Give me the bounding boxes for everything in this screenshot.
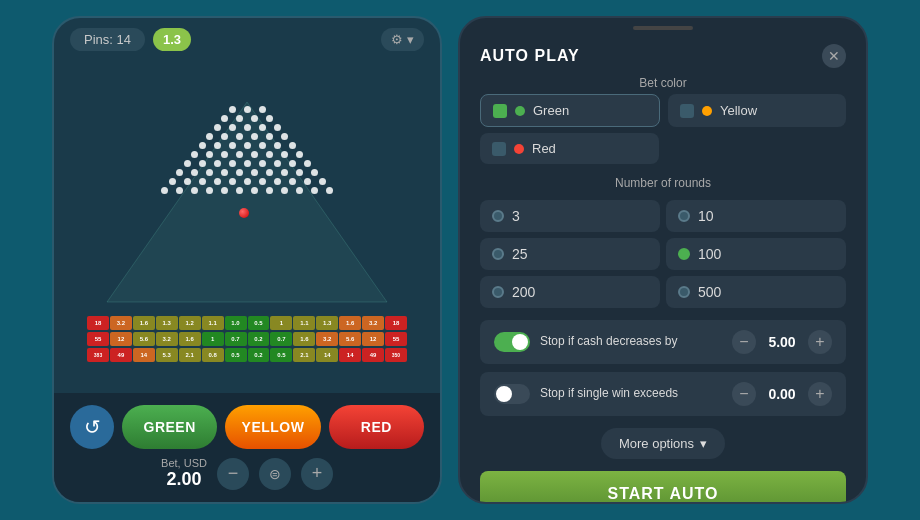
more-options-container: More options ▾ (480, 428, 846, 459)
round-option-500[interactable]: 500 (666, 276, 846, 308)
round-option-100[interactable]: 100 (666, 238, 846, 270)
round-option-10[interactable]: 10 (666, 200, 846, 232)
round-radio-100 (678, 248, 690, 260)
ap-content: Bet color Green Yellow (460, 76, 866, 502)
stop-win-increase-button[interactable]: + (808, 382, 832, 406)
stop-win-toggle[interactable] (494, 384, 530, 404)
dots-container (97, 100, 397, 312)
dot (304, 160, 311, 167)
round-value-10: 10 (698, 208, 714, 224)
yellow-button[interactable]: YELLOW (225, 405, 320, 449)
bet-decrease-button[interactable]: − (217, 458, 249, 490)
mult-cell: 0.5 (270, 348, 292, 362)
refresh-button[interactable]: ↺ (70, 405, 114, 449)
dot (259, 124, 266, 131)
dot (266, 151, 273, 158)
red-dot (514, 144, 524, 154)
stop-section: Stop if cash decreases by − 5.00 + Stop … (480, 320, 846, 416)
mult-cell: 3.2 (156, 332, 178, 346)
dot (259, 178, 266, 185)
mult-cell: 5.6 (339, 332, 361, 346)
more-options-button[interactable]: More options ▾ (601, 428, 725, 459)
round-option-25[interactable]: 25 (480, 238, 660, 270)
stop-win-decrease-button[interactable]: − (732, 382, 756, 406)
color-option-red[interactable]: Red (480, 133, 659, 164)
bet-info: Bet, USD 2.00 (161, 457, 207, 490)
ap-notch (633, 26, 693, 30)
dot (206, 187, 213, 194)
green-button[interactable]: GREEN (122, 405, 217, 449)
mult-cell: 18 (385, 316, 407, 330)
dot (266, 187, 273, 194)
mult-cell: 1 (202, 332, 224, 346)
round-radio-200 (492, 286, 504, 298)
mult-cell: 2.1 (179, 348, 201, 362)
bet-label: Bet, USD (161, 457, 207, 469)
dot (229, 124, 236, 131)
bet-increase-button[interactable]: + (301, 458, 333, 490)
rounds-section: Number of rounds 3 10 25 (480, 176, 846, 308)
red-checkbox (492, 142, 506, 156)
stop-cash-decrease-button[interactable]: − (732, 330, 756, 354)
dot (281, 187, 288, 194)
round-radio-500 (678, 286, 690, 298)
color-row-1: Green Yellow (480, 94, 846, 127)
dot (184, 160, 191, 167)
dot (259, 142, 266, 149)
ap-header: AUTO PLAY ✕ (460, 38, 866, 76)
stack-icon[interactable]: ⊜ (259, 458, 291, 490)
color-option-yellow[interactable]: Yellow (668, 94, 846, 127)
bet-row: Bet, USD 2.00 − ⊜ + (70, 457, 424, 490)
mult-cell: 3.2 (110, 316, 132, 330)
dot-row-7 (97, 160, 397, 167)
ap-close-button[interactable]: ✕ (822, 44, 846, 68)
round-value-200: 200 (512, 284, 535, 300)
mult-cell: 1.3 (316, 316, 338, 330)
dot (244, 106, 251, 113)
ap-title: AUTO PLAY (480, 47, 580, 65)
settings-button[interactable]: ⚙ ▾ (381, 28, 424, 51)
round-radio-3 (492, 210, 504, 222)
dot (206, 133, 213, 140)
round-option-3[interactable]: 3 (480, 200, 660, 232)
dot-row-8 (97, 169, 397, 176)
mult-cell: 1.2 (179, 316, 201, 330)
dot (206, 151, 213, 158)
start-auto-button[interactable]: START AUTO (480, 471, 846, 502)
dot (274, 178, 281, 185)
dot (221, 133, 228, 140)
dot (191, 169, 198, 176)
dot (274, 124, 281, 131)
dot (169, 178, 176, 185)
red-label: Red (532, 141, 556, 156)
bet-color-grid: Green Yellow Red (480, 94, 846, 164)
stop-cash-toggle[interactable] (494, 332, 530, 352)
rounds-grid: 3 10 25 100 (480, 200, 846, 308)
mult-cell: 1.6 (133, 316, 155, 330)
mult-cell: 14 (133, 348, 155, 362)
dot (244, 160, 251, 167)
bottom-controls: ↺ GREEN YELLOW RED Bet, USD 2.00 − ⊜ + (54, 393, 440, 502)
stop-cash-increase-button[interactable]: + (808, 330, 832, 354)
red-button[interactable]: RED (329, 405, 424, 449)
stop-win-row: Stop if single win exceeds − 0.00 + (480, 372, 846, 416)
dot (229, 178, 236, 185)
dot (259, 106, 266, 113)
dot (229, 160, 236, 167)
mult-cell: 5.3 (156, 348, 178, 362)
dot (221, 187, 228, 194)
dot (244, 142, 251, 149)
mult-cell: 1.6 (293, 332, 315, 346)
round-option-200[interactable]: 200 (480, 276, 660, 308)
dot (296, 187, 303, 194)
dot (214, 178, 221, 185)
left-phone: Pins: 14 1.3 ⚙ ▾ (52, 16, 442, 504)
round-value-25: 25 (512, 246, 528, 262)
dot-row-10 (97, 187, 397, 194)
dot (161, 187, 168, 194)
mult-cell: 0.5 (225, 348, 247, 362)
dot-row-4 (97, 133, 397, 140)
dot (251, 115, 258, 122)
mult-cell: 18 (87, 316, 109, 330)
color-option-green[interactable]: Green (480, 94, 660, 127)
